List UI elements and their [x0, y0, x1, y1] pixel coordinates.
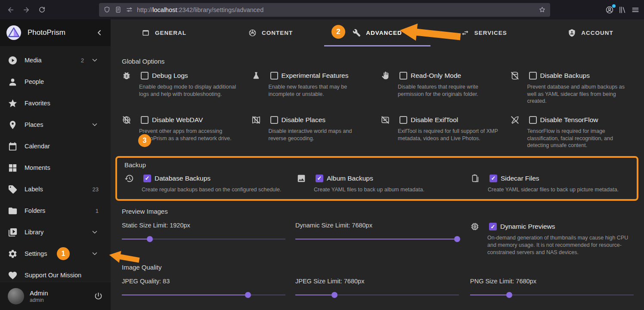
- slider-thumb[interactable]: [147, 236, 153, 242]
- option-database-backups: ✓ Database Backups Create regular backup…: [124, 174, 297, 193]
- option-label[interactable]: Disable TensorFlow: [540, 116, 598, 124]
- disable-webdav-checkbox[interactable]: ✓: [141, 116, 149, 124]
- logout-power-icon[interactable]: [94, 292, 103, 301]
- disable-places-checkbox[interactable]: ✓: [270, 116, 278, 124]
- photoprism-logo[interactable]: [6, 25, 22, 40]
- option-label[interactable]: Disable ExifTool: [411, 116, 458, 124]
- debug-logs-checkbox[interactable]: ✓: [141, 72, 149, 80]
- tab-content[interactable]: CONTENT: [217, 19, 324, 46]
- app-title: PhotoPrism: [28, 28, 65, 37]
- disable-backups-checkbox[interactable]: ✓: [529, 72, 537, 80]
- chevron-down-icon[interactable]: [91, 121, 99, 129]
- static-size-limit-slider[interactable]: [122, 236, 285, 242]
- url-host: localhost: [152, 6, 177, 13]
- global-options-grid: ✓ Debug Logs Enable debug mode to displa…: [122, 71, 638, 149]
- chevron-down-icon[interactable]: [91, 228, 99, 236]
- png-size-limit-slider[interactable]: [470, 292, 634, 298]
- option-description: Enable debug mode to display additional …: [139, 83, 242, 98]
- option-label[interactable]: Database Backups: [155, 175, 211, 182]
- settings-tabs: GENERAL CONTENT ADVANCED SERVICES ACCOUN…: [111, 19, 644, 46]
- option-description: Create YAML files to back up album metad…: [314, 186, 469, 193]
- option-description: Create YAML sidecar files to back up pic…: [488, 186, 631, 193]
- slider-thumb[interactable]: [454, 236, 460, 242]
- annotation-step-1: 1: [57, 247, 70, 260]
- shield-key-icon: [568, 29, 576, 37]
- preview-images-grid: Static Size Limit: 1920px Dynamic Size L…: [122, 222, 638, 256]
- account-icon[interactable]: [605, 6, 614, 14]
- option-label[interactable]: Dynamic Previews: [500, 223, 555, 230]
- option-label[interactable]: Album Backups: [327, 175, 373, 182]
- back-icon[interactable]: [4, 3, 17, 16]
- sidebar-item-settings[interactable]: Settings: [0, 243, 111, 264]
- bookmark-star-icon[interactable]: [539, 6, 546, 13]
- user-name: Admin: [30, 289, 48, 297]
- collapse-sidebar-icon[interactable]: [95, 28, 104, 37]
- option-label[interactable]: Disable Places: [282, 116, 326, 124]
- jpeg-quality-group: JPEG Quality: 83: [122, 278, 295, 298]
- database-backups-checkbox[interactable]: ✓: [143, 175, 151, 182]
- option-label[interactable]: Experimental Features: [282, 72, 349, 80]
- option-description: On-demand generation of thumbnails may c…: [487, 234, 638, 256]
- slider-thumb[interactable]: [331, 292, 337, 298]
- reload-icon[interactable]: [35, 3, 48, 16]
- dynamic-previews-checkbox[interactable]: ✓: [489, 223, 497, 230]
- option-label[interactable]: Disable WebDAV: [152, 116, 203, 124]
- section-title-preview-images: Preview Images: [122, 208, 638, 215]
- url-text[interactable]: http://localhost:2342/library/settings/a…: [137, 6, 535, 13]
- disable-tensorflow-checkbox[interactable]: ✓: [529, 116, 537, 124]
- album-backups-checkbox[interactable]: ✓: [316, 175, 323, 182]
- menu-icon[interactable]: [631, 6, 640, 14]
- static-size-limit-label: Static Size Limit: 1920px: [122, 222, 295, 229]
- sidebar-item-labels[interactable]: Labels 23: [0, 178, 111, 200]
- static-size-limit-group: Static Size Limit: 1920px: [122, 222, 295, 242]
- sidebar-nav: Media 2 People Favorites Places Calendar…: [0, 46, 111, 286]
- sidecar-files-checkbox[interactable]: ✓: [489, 175, 497, 182]
- network-off-icon: [122, 115, 131, 125]
- disable-exiftool-checkbox[interactable]: ✓: [399, 116, 407, 124]
- permissions-icon[interactable]: [126, 6, 133, 13]
- option-label[interactable]: Disable Backups: [540, 72, 590, 80]
- sidebar-item-moments[interactable]: Moments: [0, 157, 111, 178]
- option-description: ExifTool is required for full support of…: [398, 128, 500, 142]
- advanced-settings-content: Global Options ✓ Debug Logs Enable debug…: [111, 46, 644, 310]
- url-bar[interactable]: http://localhost:2342/library/settings/a…: [99, 3, 550, 17]
- option-album-backups: ✓ Album Backups Create YAML files to bac…: [297, 174, 471, 193]
- read-only-mode-checkbox[interactable]: ✓: [399, 72, 407, 80]
- sidebar-item-calendar[interactable]: Calendar: [0, 135, 111, 157]
- clipboard-icon: [471, 174, 480, 183]
- option-label[interactable]: Debug Logs: [152, 72, 188, 80]
- option-label[interactable]: Read-Only Mode: [411, 72, 461, 80]
- sidebar-item-folders[interactable]: Folders 1: [0, 200, 111, 221]
- chevron-down-icon[interactable]: [91, 250, 99, 258]
- browser-library-icon[interactable]: [618, 6, 627, 14]
- page-info-icon[interactable]: [115, 6, 122, 13]
- jpeg-quality-label: JPEG Quality: 83: [122, 278, 295, 285]
- tab-general[interactable]: GENERAL: [111, 19, 217, 46]
- sidebar-item-people[interactable]: People: [0, 71, 111, 92]
- url-path: :2342/library/settings/advanced: [177, 6, 264, 13]
- sidebar-item-label: Library: [25, 229, 43, 236]
- dynamic-size-limit-slider[interactable]: [295, 236, 459, 242]
- option-label[interactable]: Sidecar Files: [501, 175, 539, 182]
- sidebar-user[interactable]: Admin admin: [0, 282, 111, 310]
- shield-icon[interactable]: [103, 6, 111, 13]
- sidebar-item-places[interactable]: Places: [0, 114, 111, 135]
- user-role: admin: [30, 297, 48, 303]
- sidebar-item-favorites[interactable]: Favorites: [0, 92, 111, 114]
- experimental-features-checkbox[interactable]: ✓: [270, 72, 278, 80]
- sidebar-item-media[interactable]: Media 2: [0, 49, 111, 71]
- jpeg-size-limit-slider[interactable]: [295, 292, 459, 298]
- slider-thumb[interactable]: [245, 292, 251, 298]
- chevron-down-icon[interactable]: [91, 56, 99, 64]
- option-description: Prevent other apps from accessing PhotoP…: [139, 128, 242, 142]
- option-description: TensorFlow is required for image classif…: [527, 128, 630, 149]
- sidebar-item-library[interactable]: Library: [0, 221, 111, 243]
- sidebar-item-label: Folders: [25, 207, 45, 214]
- slider-thumb[interactable]: [506, 292, 512, 298]
- tab-account[interactable]: ACCOUNT: [537, 19, 644, 46]
- option-description: Enable new features that may be incomple…: [269, 83, 371, 98]
- sync-badge: [612, 4, 616, 8]
- jpeg-quality-slider[interactable]: [122, 292, 285, 298]
- forward-icon[interactable]: [20, 3, 33, 16]
- history-icon: [124, 174, 134, 183]
